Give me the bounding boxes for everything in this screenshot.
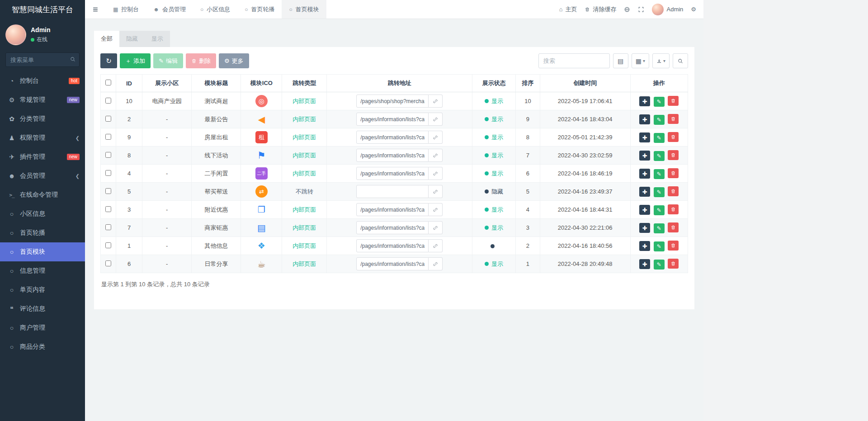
row-delete-button[interactable] <box>668 241 679 251</box>
row-add-button[interactable]: ✚ <box>639 187 650 197</box>
row-delete-button[interactable] <box>668 114 679 124</box>
select-all-checkbox[interactable] <box>105 80 111 85</box>
link-button[interactable] <box>429 239 443 252</box>
row-checkbox[interactable] <box>105 188 111 194</box>
row-edit-button[interactable]: ✎ <box>654 133 665 143</box>
row-delete-button[interactable] <box>668 168 679 178</box>
jump-url-input[interactable] <box>356 257 429 270</box>
jump-url-input[interactable] <box>356 149 429 162</box>
link-button[interactable] <box>429 221 443 234</box>
sidebar-item-single-page[interactable]: ○ 单页内容 <box>0 280 85 299</box>
sidebar-item-addon[interactable]: ✈ 插件管理 new <box>0 147 85 166</box>
row-edit-button[interactable]: ✎ <box>654 97 665 107</box>
link-button[interactable] <box>429 131 443 144</box>
jump-url-input[interactable] <box>356 185 429 198</box>
row-checkbox[interactable] <box>105 134 111 140</box>
jump-url-input[interactable] <box>356 203 429 216</box>
column-header[interactable]: ID <box>116 75 142 92</box>
row-checkbox[interactable] <box>105 260 111 266</box>
row-edit-button[interactable]: ✎ <box>654 151 665 161</box>
jump-url-input[interactable] <box>356 239 429 252</box>
topbar-user[interactable]: Admin <box>652 4 683 15</box>
link-button[interactable] <box>429 185 443 198</box>
row-delete-button[interactable] <box>668 259 679 269</box>
row-add-button[interactable]: ✚ <box>639 132 650 142</box>
row-delete-button[interactable] <box>668 204 679 214</box>
jump-url-input[interactable] <box>356 113 429 126</box>
filter-tab-hidden[interactable]: 隐藏 <box>119 31 145 47</box>
columns-button[interactable]: ▦▾ <box>632 53 649 68</box>
row-add-button[interactable]: ✚ <box>639 96 650 106</box>
filter-tab-visible[interactable]: 显示 <box>145 31 170 47</box>
sidebar-item-member[interactable]: ☻ 会员管理 ❮ <box>0 166 85 185</box>
filter-tab-all[interactable]: 全部 <box>94 31 119 47</box>
link-button[interactable] <box>429 113 443 126</box>
edit-button[interactable]: ✎编辑 <box>153 53 183 68</box>
column-header[interactable]: 操作 <box>630 75 688 92</box>
row-checkbox[interactable] <box>105 116 111 122</box>
tab-member[interactable]: ☻ 会员管理 <box>146 0 193 19</box>
hamburger-menu-icon[interactable] <box>85 0 106 19</box>
row-edit-button[interactable]: ✎ <box>654 187 665 197</box>
link-button[interactable] <box>429 149 443 162</box>
tab-home-module[interactable]: ○ 首页模块 <box>282 0 326 19</box>
table-search-input[interactable] <box>538 53 610 68</box>
link-button[interactable] <box>429 95 443 108</box>
sidebar-item-goods-category[interactable]: ○ 商品分类 <box>0 337 85 356</box>
column-header[interactable]: 展示小区 <box>142 75 192 92</box>
jump-url-input[interactable] <box>356 131 429 144</box>
tab-banner[interactable]: ○ 首页轮播 <box>237 0 282 19</box>
sidebar-item-home-module[interactable]: ○ 首页模块 <box>0 242 85 261</box>
more-button[interactable]: ⚙更多 <box>219 53 249 68</box>
row-add-button[interactable]: ✚ <box>639 259 650 269</box>
detail-view-button[interactable]: ▤ <box>613 53 628 68</box>
search-toggle-button[interactable] <box>673 53 688 68</box>
row-add-button[interactable]: ✚ <box>639 205 650 215</box>
sidebar-item-command[interactable]: >_ 在线命令管理 <box>0 185 85 204</box>
clear-cache-button[interactable]: 清除缓存 <box>585 5 616 14</box>
tab-console[interactable]: ▦ 控制台 <box>106 0 146 19</box>
row-add-button[interactable]: ✚ <box>639 241 650 251</box>
sidebar-item-console[interactable]: ◔ 控制台 hot <box>0 71 85 90</box>
link-button[interactable] <box>429 203 443 216</box>
sidebar-item-community[interactable]: ○ 小区信息 <box>0 204 85 223</box>
row-checkbox[interactable] <box>105 152 111 158</box>
column-header[interactable]: 创建时间 <box>540 75 630 92</box>
column-header[interactable]: 展示状态 <box>472 75 516 92</box>
row-add-button[interactable]: ✚ <box>639 169 650 179</box>
row-checkbox[interactable] <box>105 98 111 104</box>
fullscreen-button[interactable] <box>638 6 644 13</box>
row-edit-button[interactable]: ✎ <box>654 205 665 215</box>
link-button[interactable] <box>429 167 443 180</box>
row-checkbox[interactable] <box>105 170 111 176</box>
jump-url-input[interactable] <box>356 221 429 234</box>
row-delete-button[interactable] <box>668 96 679 106</box>
settings-button[interactable]: ⚙ <box>691 6 696 13</box>
column-header[interactable]: 模块ICO <box>241 75 282 92</box>
refresh-button[interactable]: ↻ <box>100 53 117 68</box>
column-header[interactable]: 排序 <box>516 75 540 92</box>
link-button[interactable] <box>429 257 443 270</box>
sidebar-item-general[interactable]: ⚙ 常规管理 new <box>0 90 85 109</box>
row-add-button[interactable]: ✚ <box>639 223 650 233</box>
sidebar-item-information[interactable]: ○ 信息管理 <box>0 261 85 280</box>
row-checkbox[interactable] <box>105 242 111 248</box>
row-edit-button[interactable]: ✎ <box>654 169 665 179</box>
row-add-button[interactable]: ✚ <box>639 151 650 161</box>
menu-search-input[interactable] <box>5 52 80 67</box>
column-header[interactable]: 模块标题 <box>192 75 241 92</box>
jump-url-input[interactable] <box>356 167 429 180</box>
row-edit-button[interactable]: ✎ <box>654 260 665 270</box>
sidebar-item-auth[interactable]: ♟ 权限管理 ❮ <box>0 128 85 147</box>
row-edit-button[interactable]: ✎ <box>654 223 665 233</box>
row-delete-button[interactable] <box>668 222 679 232</box>
home-link[interactable]: ⌂主页 <box>559 5 577 14</box>
row-add-button[interactable]: ✚ <box>639 114 650 124</box>
column-header[interactable]: 跳转地址 <box>327 75 472 92</box>
language-button[interactable] <box>624 6 630 13</box>
tab-community[interactable]: ○ 小区信息 <box>193 0 237 19</box>
row-edit-button[interactable]: ✎ <box>654 241 665 251</box>
add-button[interactable]: ＋添加 <box>120 53 151 68</box>
sidebar-item-comments[interactable]: ❝ 评论信息 <box>0 299 85 318</box>
jump-url-input[interactable] <box>356 95 429 108</box>
